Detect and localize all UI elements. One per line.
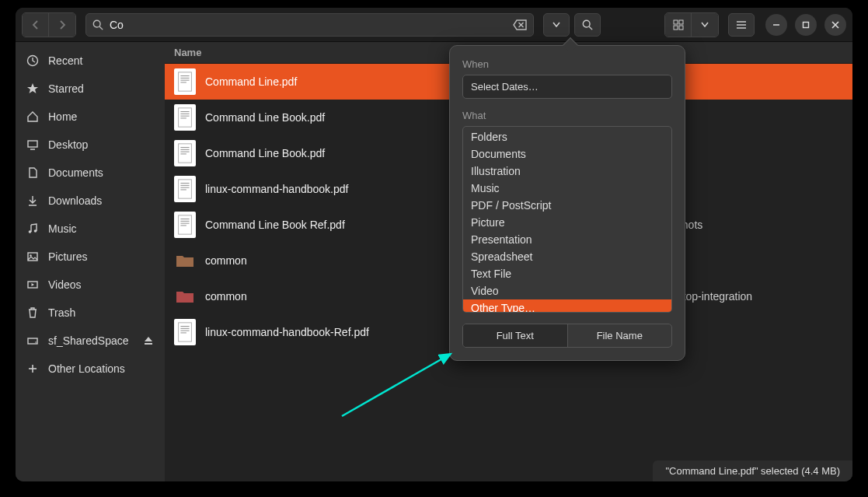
titlebar [16, 8, 852, 42]
search-mode-toggle: Full Text File Name [462, 324, 672, 348]
body: RecentStarredHomeDesktopDocumentsDownloa… [16, 42, 852, 481]
chevron-down-icon [701, 22, 709, 28]
svg-rect-6 [674, 20, 678, 24]
search-toggle-button[interactable] [574, 13, 601, 37]
svg-rect-39 [179, 144, 192, 163]
view-options-dropdown[interactable] [692, 13, 718, 37]
hamburger-menu[interactable] [728, 13, 755, 37]
sidebar-item-sf-sharedspace[interactable]: sf_SharedSpace [16, 327, 165, 355]
sidebar-item-videos[interactable]: Videos [16, 271, 165, 299]
pdf-thumbnail-icon [174, 104, 196, 131]
svg-rect-7 [679, 20, 683, 24]
sidebar-item-desktop[interactable]: Desktop [16, 131, 165, 159]
pdf-thumbnail-icon [174, 140, 196, 166]
view-controls [664, 12, 719, 37]
svg-rect-22 [28, 253, 37, 261]
close-icon [831, 21, 839, 29]
pdf-thumbnail-icon [174, 319, 196, 345]
what-type-list[interactable]: FilesFoldersDocumentsIllustrationMusicPD… [462, 126, 672, 313]
maximize-button[interactable] [795, 14, 817, 36]
pictures-icon [26, 250, 39, 263]
when-label: When [462, 58, 672, 70]
videos-icon [26, 278, 39, 291]
svg-point-26 [35, 341, 37, 343]
sidebar-item-pictures[interactable]: Pictures [16, 243, 165, 271]
search-filter-dropdown[interactable] [543, 13, 570, 37]
sidebar-item-label: Downloads [48, 194, 102, 207]
chevron-left-icon [31, 20, 40, 30]
desktop-icon [26, 138, 39, 151]
what-item-music[interactable]: Music [463, 180, 671, 197]
svg-rect-9 [679, 26, 683, 30]
minimize-icon [772, 21, 780, 29]
what-item-folders[interactable]: Folders [463, 128, 671, 145]
svg-rect-8 [674, 26, 678, 30]
sidebar-item-other-locations[interactable]: Other Locations [16, 355, 165, 383]
file-name: linux-command-handbook-Ref.pdf [205, 326, 369, 338]
svg-rect-25 [28, 338, 37, 344]
svg-rect-44 [179, 180, 192, 198]
sidebar-item-label: Trash [48, 306, 75, 319]
maximize-icon [802, 21, 810, 29]
file-name: Command Line Book Ref.pdf [205, 219, 345, 231]
file-manager-window: RecentStarredHomeDesktopDocumentsDownloa… [16, 8, 852, 481]
eject-icon[interactable] [143, 335, 154, 346]
pdf-thumbnail-icon [174, 212, 196, 238]
file-name: linux-command-handbook.pdf [205, 183, 348, 195]
sidebar-item-starred[interactable]: Starred [16, 75, 165, 103]
what-label: What [462, 110, 672, 121]
sidebar-item-home[interactable]: Home [16, 103, 165, 131]
drive-icon [26, 334, 39, 347]
search-filter-popover: When Select Dates… What FilesFoldersDocu… [449, 45, 685, 361]
svg-point-0 [93, 20, 100, 27]
what-item-spreadsheet[interactable]: Spreadsheet [463, 248, 671, 265]
search-input[interactable] [110, 19, 507, 31]
what-item-pdf-postscript[interactable]: PDF / PostScript [463, 197, 671, 214]
music-icon [26, 222, 39, 235]
window-controls [765, 14, 846, 36]
file-name: Command Line Book.pdf [205, 147, 325, 159]
sidebar: RecentStarredHomeDesktopDocumentsDownloa… [16, 42, 165, 481]
menu-icon [736, 20, 747, 30]
forward-button[interactable] [49, 13, 75, 37]
svg-rect-34 [179, 108, 192, 127]
what-item-other-type[interactable]: Other Type… [463, 299, 671, 313]
what-item-text-file[interactable]: Text File [463, 265, 671, 282]
sidebar-item-music[interactable]: Music [16, 215, 165, 243]
file-name-toggle[interactable]: File Name [568, 324, 672, 347]
full-text-toggle[interactable]: Full Text [463, 324, 568, 347]
what-item-illustration[interactable]: Illustration [463, 163, 671, 180]
file-name: Command Line.pdf [205, 75, 297, 88]
folder-icon [174, 247, 196, 274]
icon-view-button[interactable] [665, 13, 692, 37]
svg-point-20 [29, 230, 32, 233]
plus-icon [26, 362, 39, 375]
what-item-picture[interactable]: Picture [463, 214, 671, 231]
sidebar-item-label: Other Locations [48, 362, 125, 375]
downloads-icon [26, 194, 39, 207]
minimize-button[interactable] [765, 14, 787, 36]
status-bar: "Command Line.pdf" selected (4.4 MB) [653, 460, 852, 481]
file-name: common [205, 254, 247, 267]
backspace-icon [513, 19, 527, 30]
search-icon [92, 19, 103, 30]
grid-icon [673, 19, 684, 30]
file-name: Command Line Book.pdf [205, 111, 325, 124]
chevron-right-icon [58, 20, 67, 30]
select-dates-button[interactable]: Select Dates… [462, 75, 672, 99]
sidebar-item-label: Videos [48, 278, 82, 291]
sidebar-item-documents[interactable]: Documents [16, 159, 165, 187]
pdf-thumbnail-icon [174, 176, 196, 202]
back-button[interactable] [23, 13, 49, 37]
sidebar-item-trash[interactable]: Trash [16, 299, 165, 327]
home-icon [26, 110, 39, 123]
what-item-video[interactable]: Video [463, 282, 671, 299]
search-bar[interactable] [85, 13, 534, 37]
clear-search-button[interactable] [513, 19, 527, 30]
what-item-presentation[interactable]: Presentation [463, 231, 671, 248]
sidebar-item-downloads[interactable]: Downloads [16, 187, 165, 215]
what-item-documents[interactable]: Documents [463, 145, 671, 163]
svg-rect-49 [179, 215, 192, 234]
close-button[interactable] [824, 14, 846, 36]
sidebar-item-recent[interactable]: Recent [16, 47, 165, 75]
